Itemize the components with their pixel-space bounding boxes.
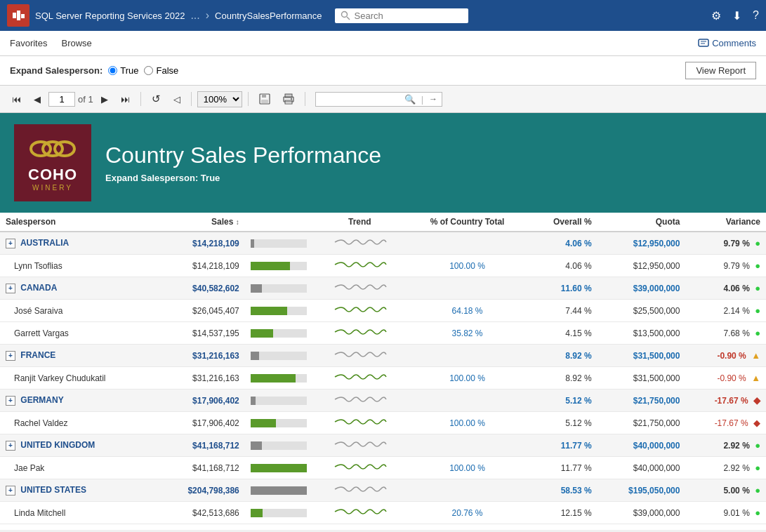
param-false-radio[interactable]: False [144,65,178,76]
top-bar-icons: ⚙ ⬇ ? [711,9,759,22]
zoom-select[interactable]: 100% 75% 50% 150% [197,91,242,107]
cell-pct-country: 64.18 % [407,300,527,322]
nav-browse[interactable]: Browse [61,34,91,53]
table-row: José Saraiva $26,045,407 64.18 % 7.44 % … [0,300,766,322]
report-search-box[interactable]: 🔍 | → [315,92,442,107]
sales-bar-fill [251,397,256,405]
trend-sparkline [331,280,388,294]
nav-favorites[interactable]: Favorites [10,34,47,53]
trend-sparkline [331,302,388,317]
cell-quota: $23,000,000 [597,524,686,531]
table-row: + AUSTRALIA $14,218,109 4.06 % $12,950,0… [0,232,766,255]
table-row: Ranjit Varkey Chudukatil $31,216,163 100… [0,367,766,390]
view-report-button[interactable]: View Report [685,62,756,79]
expand-icon[interactable]: + [6,239,15,248]
table-row: + UNITED KINGDOM $41,168,712 11.77 % $40… [0,434,766,457]
status-indicator: ● [755,328,760,338]
expand-icon[interactable]: + [6,396,15,406]
cell-overall: 11.77 % [527,434,597,457]
cell-trend [312,255,407,277]
cell-overall: 4.06 % [527,255,597,277]
breadcrumb-sep: ... [190,9,199,22]
report-param-display: Expand Salesperson: True [105,173,381,183]
cell-variance: 9.79 % ● [685,232,766,255]
status-indicator: ● [755,260,760,271]
cell-bar [245,367,312,390]
cell-quota: $39,000,000 [597,502,686,524]
cell-trend [312,277,407,300]
comments-button[interactable]: Comments [698,38,756,48]
sales-bar-bg [251,262,307,270]
refresh-button[interactable]: ↺ [147,90,166,108]
sales-bar-fill [251,419,276,427]
report-title-block: Country Sales Performance Expand Salespe… [105,142,381,183]
cell-name: Michael Blythe [0,524,157,531]
variance-value: 9.79 % [723,239,749,248]
expand-icon[interactable]: + [6,441,15,451]
svg-rect-10 [262,94,266,98]
cell-quota: $21,750,000 [597,412,686,434]
sales-bar-bg [251,352,307,360]
table-header-row: Salesperson Sales ↕ Trend % of Country T… [0,213,766,232]
trend-sparkline [331,527,388,530]
trend-sparkline [331,505,388,519]
variance-value: 4.06 % [723,284,749,293]
breadcrumb-arrow: › [206,9,209,22]
next-page-button[interactable]: ▶ [96,91,113,107]
sales-bar-fill [251,329,273,338]
sales-bar-fill [251,307,287,315]
settings-icon[interactable]: ⚙ [711,9,721,22]
status-indicator: ● [755,283,760,293]
cell-quota: $13,500,000 [597,322,686,345]
status-indicator: ◆ [753,395,760,406]
report-breadcrumb: CountrySalesPerformance [215,11,322,21]
col-bar [245,213,312,232]
expand-icon[interactable]: + [6,284,15,293]
search-input[interactable] [355,11,453,21]
page-number-input[interactable] [48,92,75,107]
cell-sales: $14,218,109 [157,255,245,277]
cell-variance: -17.67 % ◆ [685,390,766,412]
sales-bar-fill [251,441,262,450]
svg-point-15 [291,98,292,100]
sales-bar-fill [251,486,307,495]
cell-variance: 7.68 % ● [685,322,766,345]
download-icon[interactable]: ⬇ [732,9,741,22]
global-search[interactable] [335,8,468,23]
cell-overall: 12.15 % [527,502,597,524]
prev-page-button[interactable]: ◀ [29,91,46,107]
cell-bar [245,322,312,345]
first-page-button[interactable]: ⏮ [7,91,26,107]
report-search-button[interactable]: 🔍 [400,93,420,106]
cell-bar [245,277,312,300]
last-page-button[interactable]: ⏭ [116,91,135,107]
sales-bar-bg [251,374,307,383]
status-indicator: ● [755,485,760,496]
report-search-input[interactable] [316,93,400,106]
cell-name: + UNITED STATES [0,479,157,502]
sales-bar-fill [251,374,296,383]
variance-value: -0.90 % [717,351,746,361]
save-button[interactable] [254,91,275,107]
cell-quota: $21,750,000 [597,390,686,412]
zoom-control[interactable]: 100% 75% 50% 150% [197,91,242,107]
print-button[interactable] [278,91,299,107]
cell-trend [312,434,407,457]
cell-bar [245,255,312,277]
param-expand-label: Expand Salesperson: [10,65,103,76]
expand-icon[interactable]: + [6,351,15,361]
report-search-next[interactable]: → [425,93,442,105]
sales-bar-fill [251,509,263,517]
help-icon[interactable]: ? [753,9,759,22]
sort-icon[interactable]: ↕ [236,218,239,226]
status-indicator: ● [755,463,760,473]
col-overall: Overall % [527,213,597,232]
sales-bar-bg [251,509,307,517]
sales-bar-bg [251,284,307,293]
param-true-radio[interactable]: True [108,65,138,76]
cell-pct-country [407,277,527,300]
cell-pct-country: 100.00 % [407,412,527,434]
expand-icon[interactable]: + [6,486,15,496]
back-button[interactable]: ◁ [169,91,185,107]
cell-sales: $40,582,602 [157,277,245,300]
